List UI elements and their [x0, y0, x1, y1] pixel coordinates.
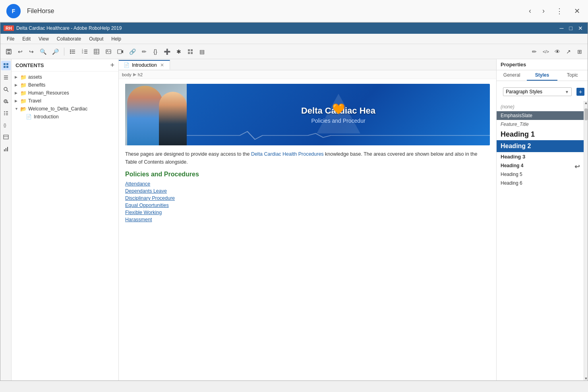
redo-button[interactable]: ↪ — [27, 47, 36, 56]
banner-subtitle: Policies and Procedur — [301, 118, 375, 124]
tab-styles[interactable]: Styles — [527, 70, 557, 81]
sidebar-list-icon[interactable] — [1, 108, 11, 118]
app-window: RH Delta Cardiac Healthcare - Adobe Robo… — [0, 22, 588, 381]
align-button[interactable]: ▤ — [197, 47, 207, 56]
sidebar-reports-icon[interactable] — [1, 144, 11, 154]
style-heading5[interactable]: Heading 5 — [497, 170, 584, 179]
editor-tabs: 📄 Introduction ✕ — [119, 59, 496, 70]
svg-rect-46 — [4, 135, 8, 139]
scrollbar-arrow-up[interactable]: ▲ — [584, 101, 588, 105]
browser-back-button[interactable]: ‹ — [527, 5, 533, 17]
style-feature-title[interactable]: Feature_Title — [497, 120, 584, 129]
titlebar-controls: ─ □ ✕ — [558, 25, 584, 31]
style-add-button[interactable]: + — [576, 88, 584, 96]
policy-link-attendance[interactable]: Attendance — [125, 181, 490, 187]
tab-close-button[interactable]: ✕ — [159, 62, 165, 68]
style-heading4[interactable]: Heading 4 ↩ — [497, 161, 584, 170]
menu-edit[interactable]: Edit — [19, 35, 34, 42]
style-heading6[interactable]: Heading 6 — [497, 179, 584, 187]
numbered-button[interactable]: 1.2.3. — [79, 47, 90, 56]
menu-file[interactable]: File — [4, 35, 17, 42]
pen-button[interactable]: ✏ — [139, 47, 149, 56]
scrollbar-thumb[interactable] — [584, 108, 588, 120]
style-heading2[interactable]: Heading 2 — [497, 140, 584, 152]
style-heading3[interactable]: Heading 3 — [497, 152, 584, 161]
editor-content[interactable]: 🧡 Delta Cardiac Hea Policies and Procedu… — [119, 79, 496, 380]
tree-item-welcome[interactable]: ▼ 📂 Welcome_to_Delta_Cardiac — [12, 105, 118, 113]
asterisk-button[interactable]: ✱ — [174, 47, 184, 56]
tree-item-assets[interactable]: ▶ 📁 assets — [12, 73, 118, 81]
properties-tabs: General Styles Topic — [497, 70, 588, 81]
menu-output[interactable]: Output — [86, 35, 106, 42]
sidebar-index-icon[interactable] — [1, 73, 11, 82]
sidebar-search-icon[interactable] — [1, 85, 11, 94]
tab-topic[interactable]: Topic — [557, 70, 588, 81]
policy-link-harassment[interactable]: Harassment — [125, 217, 490, 222]
code-button[interactable]: {} — [151, 47, 160, 56]
svg-text:3.: 3. — [82, 52, 83, 54]
style-scroll-container: (none) EmphasisSlate Feature_Title Headi… — [497, 101, 588, 380]
video-button[interactable] — [115, 47, 126, 56]
tree-label-intro: Introduction — [34, 114, 59, 120]
contents-header: CONTENTS + — [12, 59, 118, 71]
tree-item-hr[interactable]: ▶ 📁 Human_Resources — [12, 89, 118, 97]
bullets-button[interactable] — [68, 47, 78, 56]
maximize-button[interactable]: □ — [568, 25, 574, 31]
menu-help[interactable]: Help — [108, 35, 124, 42]
tab-general[interactable]: General — [497, 70, 527, 81]
tree-arrow-welcome: ▼ — [15, 107, 20, 111]
link-button[interactable]: 🔗 — [127, 47, 138, 56]
tree-item-benefits[interactable]: ▶ 📁 Benefits — [12, 81, 118, 89]
style-none[interactable]: (none) — [497, 102, 584, 111]
table-button[interactable] — [91, 47, 102, 56]
sidebar-table-icon[interactable] — [1, 132, 11, 142]
policy-link-flexible[interactable]: Flexible Working — [125, 210, 490, 215]
tree-item-travel[interactable]: ▶ 📁 Travel — [12, 97, 118, 105]
minimize-button[interactable]: ─ — [558, 25, 565, 31]
search-button[interactable]: 🔍 — [38, 47, 48, 56]
tab-introduction[interactable]: 📄 Introduction ✕ — [119, 60, 170, 70]
style-heading1[interactable]: Heading 1 — [497, 129, 584, 140]
layout-button[interactable]: ⊞ — [575, 47, 584, 56]
scrollbar-arrow-down[interactable]: ▼ — [584, 377, 588, 380]
app-close-button[interactable]: ✕ — [576, 25, 584, 31]
image-button[interactable] — [103, 47, 114, 56]
breadcrumb-body: body — [122, 72, 132, 77]
preview-button[interactable]: 👁 — [553, 47, 562, 56]
sidebar-tags-icon[interactable]: {} — [1, 120, 11, 130]
export-button[interactable]: ↗ — [564, 47, 573, 56]
save-button[interactable] — [4, 47, 14, 56]
policy-link-equal[interactable]: Equal Opportunities — [125, 203, 490, 208]
properties-scrollbar[interactable]: ▲ ▼ — [584, 101, 588, 380]
style-emphasis-slate[interactable]: EmphasisSlate — [497, 111, 584, 120]
zoom-button[interactable]: 🔎 — [50, 47, 61, 56]
svg-rect-25 — [191, 52, 193, 54]
svg-rect-21 — [118, 50, 122, 54]
delta-cardiac-link[interactable]: Delta Cardiac Health Procedures — [251, 151, 324, 157]
folder-icon-travel: 📁 — [20, 98, 27, 104]
grid-button[interactable] — [185, 47, 195, 56]
code-view-button[interactable]: </> — [541, 47, 551, 56]
browser-logo: F — [6, 4, 21, 18]
svg-rect-49 — [6, 148, 6, 151]
edit-mode-button[interactable]: ✏ — [530, 47, 539, 56]
add-button[interactable]: ➕ — [162, 47, 172, 56]
policy-link-disciplinary[interactable]: Disciplinary Procedure — [125, 195, 490, 201]
paragraph-styles-dropdown[interactable]: Paragraph Styles ▼ — [503, 87, 572, 96]
browser-forward-button[interactable]: › — [541, 5, 546, 17]
svg-point-35 — [4, 100, 7, 103]
menu-view[interactable]: View — [35, 35, 52, 42]
tree-item-introduction[interactable]: 📄 Introduction — [12, 113, 118, 121]
browser-menu-button[interactable]: ⋮ — [554, 5, 565, 17]
browser-title: FileHorse — [27, 8, 54, 15]
menu-collaborate[interactable]: Collaborate — [54, 35, 84, 42]
file-icon-intro: 📄 — [26, 114, 32, 120]
browser-close-button[interactable]: ✕ — [573, 5, 582, 17]
tree-arrow-benefits: ▶ — [15, 83, 20, 87]
sidebar-contents-icon[interactable] — [1, 61, 11, 70]
contents-add-button[interactable]: + — [110, 62, 114, 69]
intro-paragraph: These pages are designed to provide easy… — [125, 150, 490, 166]
policy-link-dependants[interactable]: Dependants Leave — [125, 188, 490, 194]
sidebar-key-icon[interactable] — [1, 97, 11, 106]
undo-button[interactable]: ↩ — [15, 47, 25, 56]
